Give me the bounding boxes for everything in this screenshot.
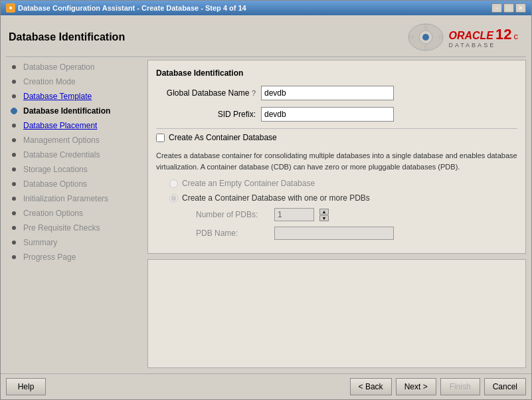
close-button[interactable]: ✕: [515, 3, 526, 13]
oracle-gear-icon: [408, 23, 444, 51]
global-db-name-help-icon[interactable]: ?: [252, 89, 256, 97]
radio-container-with-pdbs-row: Create a Container Database with one or …: [169, 193, 517, 203]
info-panel: [147, 259, 526, 368]
main-panel: Database Identification Global Database …: [147, 60, 526, 368]
radio-empty-container-row: Create an Empty Container Database: [169, 179, 517, 188]
sidebar-label-database-identification: Database Identification: [23, 106, 110, 116]
num-pdbs-row: Number of PDBs: ▲ ▼: [196, 208, 517, 221]
bullet-dot-icon: [12, 167, 16, 171]
spinner-up-button[interactable]: ▲: [319, 209, 329, 215]
sidebar-label-database-operation: Database Operation: [23, 62, 94, 72]
bullet-creation-options: [9, 208, 19, 219]
pdb-spinner: ▲ ▼: [319, 209, 329, 221]
next-button[interactable]: Next >: [396, 378, 436, 395]
sidebar-item-pre-requisite-checks: Pre Requisite Checks: [6, 221, 142, 235]
finish-button[interactable]: Finish: [440, 378, 480, 395]
sidebar-item-summary: Summary: [6, 235, 142, 250]
radio-container-with-pdbs[interactable]: [169, 194, 178, 203]
sid-prefix-input[interactable]: [261, 107, 394, 122]
oracle-db-label: DATABASE: [448, 42, 518, 49]
titlebar-left: Database Configuration Assistant - Creat…: [6, 3, 246, 13]
header-area: Database Identification: [1, 15, 531, 56]
window-title: Database Configuration Assistant - Creat…: [18, 4, 246, 12]
radio-empty-container-label: Create an Empty Container Database: [182, 179, 315, 188]
global-db-name-input[interactable]: [261, 86, 394, 100]
bullet-storage-locations: [9, 164, 19, 175]
spinner-down-button[interactable]: ▼: [319, 215, 329, 221]
bullet-dot-icon: [12, 241, 16, 245]
sidebar-label-initialization-parameters: Initialization Parameters: [23, 194, 108, 203]
footer: Help < Back Next > Finish Cancel: [1, 373, 531, 399]
sidebar-item-management-options: Management Options: [6, 133, 142, 148]
app-icon: [6, 3, 15, 13]
minimize-button[interactable]: −: [491, 3, 502, 13]
radio-empty-container[interactable]: [169, 179, 178, 188]
bullet-creation-mode: [9, 76, 19, 87]
bullet-dot-icon: [12, 153, 16, 157]
svg-point-1: [9, 7, 12, 9]
sidebar-item-storage-locations: Storage Locations: [6, 162, 142, 177]
oracle-name-col: ORACLE 12 c DATABASE: [448, 26, 518, 49]
sid-prefix-label: SID Prefix:: [156, 110, 256, 119]
sidebar-label-progress-page: Progress Page: [23, 252, 76, 262]
back-button[interactable]: < Back: [350, 378, 392, 395]
gear-icon-area: [408, 23, 444, 51]
help-button[interactable]: Help: [6, 378, 46, 395]
sidebar-item-database-placement[interactable]: Database Placement: [6, 118, 142, 133]
identification-panel-title: Database Identification: [156, 68, 517, 78]
bullet-dot-icon: [12, 211, 16, 215]
bullet-dot-icon: [12, 65, 16, 69]
sidebar-item-database-credentials: Database Credentials: [6, 148, 142, 162]
sidebar-label-database-credentials: Database Credentials: [23, 150, 100, 159]
maximize-button[interactable]: □: [503, 3, 514, 13]
oracle-version-sup: c: [514, 31, 519, 41]
sidebar-item-database-options: Database Options: [6, 177, 142, 191]
pdb-name-row: PDB Name:: [196, 227, 517, 240]
titlebar: Database Configuration Assistant - Creat…: [1, 1, 531, 15]
footer-right: < Back Next > Finish Cancel: [350, 378, 526, 395]
main-window: Database Configuration Assistant - Creat…: [0, 0, 532, 400]
pdb-name-label: PDB Name:: [196, 229, 269, 238]
svg-rect-7: [409, 36, 413, 39]
bullet-database-credentials: [9, 150, 19, 160]
svg-rect-6: [424, 46, 427, 50]
titlebar-controls: − □ ✕: [491, 3, 526, 13]
bullet-pre-requisite-checks: [9, 223, 19, 233]
content-area: Database Operation Creation Mode Databas…: [1, 60, 531, 373]
sidebar-label-storage-locations: Storage Locations: [23, 165, 88, 174]
pdb-name-input[interactable]: [274, 227, 394, 240]
global-db-name-row: Global Database Name ?: [156, 86, 517, 100]
bullet-management-options: [9, 135, 19, 146]
container-db-checkbox[interactable]: [156, 134, 165, 142]
num-pdbs-label: Number of PDBs:: [196, 210, 269, 219]
bullet-dot-icon: [12, 226, 16, 230]
bullet-dot-icon: [12, 94, 16, 98]
cancel-button[interactable]: Cancel: [484, 378, 526, 395]
container-db-label[interactable]: Create As Container Database: [169, 133, 277, 142]
sidebar-item-initialization-parameters: Initialization Parameters: [6, 191, 142, 206]
sidebar-label-summary: Summary: [23, 238, 57, 247]
sidebar-item-database-template[interactable]: Database Template: [6, 89, 142, 104]
sidebar-label-database-placement[interactable]: Database Placement: [23, 121, 97, 130]
sidebar-item-database-operation: Database Operation: [6, 60, 142, 74]
sidebar: Database Operation Creation Mode Databas…: [6, 60, 142, 368]
bullet-initialization-parameters: [9, 193, 19, 204]
sidebar-item-progress-page: Progress Page: [6, 250, 142, 264]
sidebar-item-database-identification: Database Identification: [6, 104, 142, 118]
bullet-dot-icon: [12, 138, 16, 142]
bullet-dot-icon: [12, 124, 16, 128]
num-pdbs-input[interactable]: [274, 208, 314, 221]
sidebar-label-creation-options: Creation Options: [23, 209, 83, 218]
main-content: Database Identification: [1, 15, 531, 373]
oracle-version: 12: [495, 26, 511, 43]
identification-panel: Database Identification Global Database …: [147, 60, 526, 254]
page-title: Database Identification: [9, 31, 125, 43]
sidebar-label-management-options: Management Options: [23, 136, 100, 145]
bullet-database-options: [9, 179, 19, 189]
header-divider: [6, 56, 526, 57]
bullet-filled-icon: [11, 108, 17, 114]
footer-left: Help: [6, 378, 46, 395]
sidebar-label-database-template[interactable]: Database Template: [23, 92, 92, 101]
bullet-database-identification: [9, 106, 19, 116]
sidebar-item-creation-options: Creation Options: [6, 206, 142, 221]
